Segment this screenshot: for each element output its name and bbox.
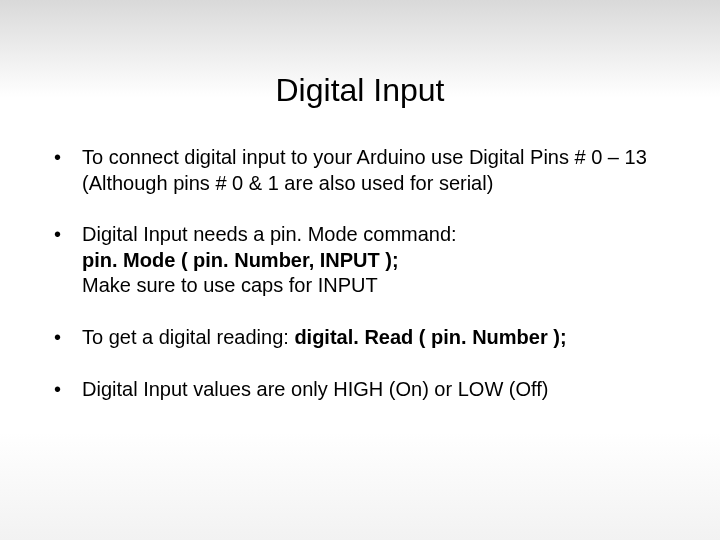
bullet-text-prefix: To get a digital reading: — [82, 326, 294, 348]
bullet-list: To connect digital input to your Arduino… — [44, 145, 676, 402]
bullet-text: Digital Input values are only HIGH (On) … — [82, 378, 548, 400]
bullet-item-2: Digital Input needs a pin. Mode command:… — [44, 222, 676, 299]
bullet-item-1: To connect digital input to your Arduino… — [44, 145, 676, 196]
slide: Digital Input To connect digital input t… — [0, 0, 720, 540]
bullet-item-4: Digital Input values are only HIGH (On) … — [44, 377, 676, 403]
bullet-text: To connect digital input to your Arduino… — [82, 146, 647, 194]
code-line: pin. Mode ( pin. Number, INPUT ); — [82, 248, 676, 274]
bullet-line: Digital Input needs a pin. Mode command: — [82, 222, 676, 248]
bullet-item-3: To get a digital reading: digital. Read … — [44, 325, 676, 351]
code-inline: digital. Read ( pin. Number ); — [294, 326, 566, 348]
bullet-line: Make sure to use caps for INPUT — [82, 273, 676, 299]
slide-title: Digital Input — [44, 72, 676, 109]
